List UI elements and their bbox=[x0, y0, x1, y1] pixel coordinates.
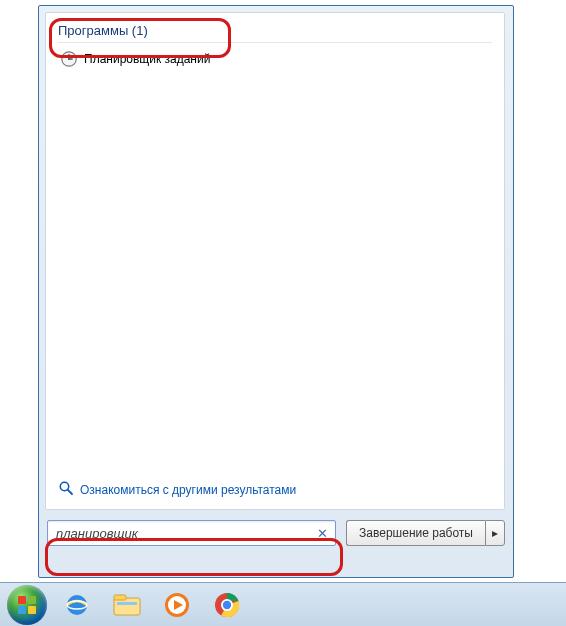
svg-point-3 bbox=[68, 58, 70, 60]
programs-label: Программы bbox=[58, 23, 128, 38]
chevron-right-icon: ▸ bbox=[492, 526, 498, 540]
search-input[interactable] bbox=[56, 526, 313, 541]
shutdown-button[interactable]: Завершение работы bbox=[346, 520, 485, 546]
result-label: Планировщик заданий bbox=[84, 52, 210, 66]
svg-rect-14 bbox=[117, 602, 137, 605]
svg-point-20 bbox=[223, 600, 231, 608]
svg-line-5 bbox=[68, 490, 72, 494]
taskbar-explorer[interactable] bbox=[106, 587, 148, 623]
start-menu-bottom-row: ✕ Завершение работы ▸ bbox=[45, 520, 507, 546]
result-task-scheduler[interactable]: Планировщик заданий bbox=[58, 47, 492, 71]
search-icon bbox=[58, 480, 74, 499]
clear-search-icon[interactable]: ✕ bbox=[313, 524, 331, 542]
svg-rect-9 bbox=[28, 606, 36, 614]
svg-rect-13 bbox=[114, 595, 126, 600]
ie-icon bbox=[63, 591, 91, 619]
start-menu-results-panel: Программы (1) Планировщик заданий bbox=[45, 12, 505, 510]
svg-rect-8 bbox=[18, 606, 26, 614]
svg-point-10 bbox=[67, 595, 87, 615]
start-button[interactable] bbox=[6, 587, 48, 623]
taskbar bbox=[0, 582, 566, 626]
programs-count: (1) bbox=[132, 23, 148, 38]
taskbar-ie[interactable] bbox=[56, 587, 98, 623]
taskbar-wmp[interactable] bbox=[156, 587, 198, 623]
start-orb-icon bbox=[7, 585, 47, 625]
programs-section-header: Программы (1) bbox=[58, 23, 492, 43]
clock-icon bbox=[60, 50, 78, 68]
svg-rect-7 bbox=[28, 596, 36, 604]
shutdown-label: Завершение работы bbox=[359, 526, 473, 540]
svg-rect-6 bbox=[18, 596, 26, 604]
media-player-icon bbox=[163, 591, 191, 619]
svg-rect-12 bbox=[114, 598, 140, 615]
search-field-wrap[interactable]: ✕ bbox=[47, 520, 336, 546]
more-results-link[interactable]: Ознакомиться с другими результатами bbox=[58, 480, 296, 499]
shutdown-group: Завершение работы ▸ bbox=[346, 520, 505, 546]
chrome-icon bbox=[213, 591, 241, 619]
start-menu-frame: Программы (1) Планировщик заданий bbox=[38, 5, 514, 578]
taskbar-chrome[interactable] bbox=[206, 587, 248, 623]
more-results-label: Ознакомиться с другими результатами bbox=[80, 483, 296, 497]
shutdown-options-button[interactable]: ▸ bbox=[485, 520, 505, 546]
folder-icon bbox=[112, 592, 142, 618]
